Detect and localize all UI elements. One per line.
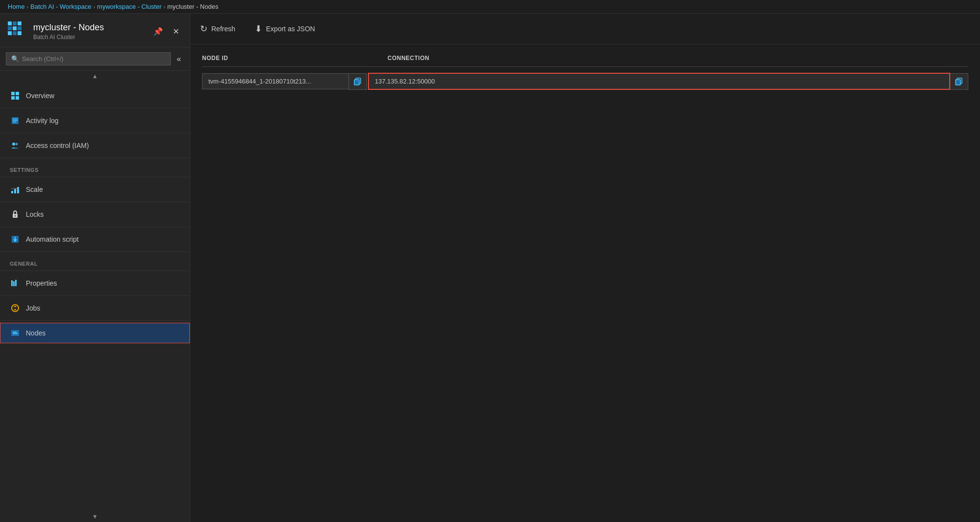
sidebar-item-nodes[interactable]: Nodes xyxy=(0,323,190,343)
svg-rect-12 xyxy=(17,187,19,193)
svg-rect-11 xyxy=(14,189,16,193)
divider xyxy=(0,133,190,133)
sidebar-item-locks-label: Locks xyxy=(26,210,44,218)
svg-rect-19 xyxy=(13,281,15,286)
app-subtitle: Batch AI Cluster xyxy=(33,34,104,41)
table-row xyxy=(202,73,968,90)
sidebar-item-automation-script[interactable]: Automation script xyxy=(0,229,190,250)
copy-connection-button[interactable] xyxy=(950,73,968,90)
svg-rect-28 xyxy=(354,80,359,85)
divider xyxy=(0,108,190,108)
divider xyxy=(0,158,190,158)
svg-rect-1 xyxy=(16,92,19,95)
svg-rect-26 xyxy=(16,333,17,334)
svg-rect-0 xyxy=(11,92,15,95)
breadcrumb-batch-ai[interactable]: Batch AI - Workspace xyxy=(30,3,91,10)
sidebar-item-nodes-label: Nodes xyxy=(26,329,45,337)
properties-icon xyxy=(10,278,20,288)
sidebar-item-automation-script-label: Automation script xyxy=(26,235,79,243)
node-id-cell xyxy=(202,73,368,90)
refresh-icon: ↻ xyxy=(200,23,207,34)
nodes-icon xyxy=(10,328,20,338)
connection-cell xyxy=(368,73,968,90)
scroll-down-arrow[interactable]: ▼ xyxy=(0,511,190,522)
sidebar-item-overview-label: Overview xyxy=(26,92,54,100)
copy-node-id-button[interactable] xyxy=(348,73,367,90)
sidebar-item-properties[interactable]: Properties xyxy=(0,273,190,293)
search-icon: 🔍 xyxy=(11,55,19,63)
col-connection-header: CONNECTION xyxy=(388,55,429,62)
sidebar-item-access-control[interactable]: Access control (IAM) xyxy=(0,135,190,156)
breadcrumb-cluster[interactable]: myworkspace - Cluster xyxy=(97,3,162,10)
svg-point-8 xyxy=(12,143,15,146)
divider xyxy=(0,227,190,227)
breadcrumb-home[interactable]: Home xyxy=(8,3,25,10)
export-icon: ⬇ xyxy=(255,23,262,34)
sidebar-item-jobs[interactable]: Jobs xyxy=(0,298,190,318)
svg-rect-3 xyxy=(16,96,19,100)
nav-list: Overview Activity log xyxy=(0,82,190,511)
sidebar-item-scale[interactable]: Scale xyxy=(0,179,190,200)
close-button[interactable]: ✕ xyxy=(170,25,182,38)
sidebar-item-activity-log[interactable]: Activity log xyxy=(0,110,190,131)
svg-rect-10 xyxy=(11,191,13,193)
toolbar: ↻ Refresh ⬇ Export as JSON xyxy=(190,14,980,44)
table-area: NODE ID CONNECTION xyxy=(190,44,980,522)
sidebar-item-locks[interactable]: Locks xyxy=(0,204,190,225)
svg-rect-2 xyxy=(11,96,15,100)
svg-rect-30 xyxy=(956,80,960,85)
export-json-button[interactable]: ⬇ Export as JSON xyxy=(255,20,325,38)
automation-script-icon xyxy=(10,234,20,244)
activity-log-icon xyxy=(10,116,20,125)
pin-button[interactable]: 📌 xyxy=(150,25,166,38)
scroll-up-arrow[interactable]: ▲ xyxy=(0,71,190,82)
divider xyxy=(0,251,190,252)
export-label: Export as JSON xyxy=(266,25,315,33)
sidebar-item-jobs-label: Jobs xyxy=(26,304,41,312)
divider xyxy=(0,320,190,321)
breadcrumb: Home › Batch AI - Workspace › myworkspac… xyxy=(0,0,980,14)
collapse-sidebar-button[interactable]: « xyxy=(174,53,184,65)
breadcrumb-current: mycluster - Nodes xyxy=(167,3,219,10)
search-input[interactable] xyxy=(22,55,165,63)
node-id-input[interactable] xyxy=(202,73,348,89)
search-bar: 🔍 « xyxy=(0,47,190,71)
sidebar-item-overview[interactable]: Overview xyxy=(0,85,190,106)
svg-point-9 xyxy=(16,143,18,146)
svg-rect-7 xyxy=(13,122,16,123)
connection-input-wrap xyxy=(368,73,950,90)
search-wrap: 🔍 xyxy=(6,52,171,65)
svg-rect-25 xyxy=(15,332,16,334)
overview-icon xyxy=(10,91,20,101)
jobs-icon xyxy=(10,303,20,313)
sidebar-item-activity-log-label: Activity log xyxy=(26,117,59,125)
sidebar: mycluster - Nodes Batch AI Cluster 📌 ✕ 🔍… xyxy=(0,14,190,522)
svg-rect-6 xyxy=(13,120,18,121)
sidebar-item-access-control-label: Access control (IAM) xyxy=(26,142,89,149)
content-area: ↻ Refresh ⬇ Export as JSON NODE ID CONNE… xyxy=(190,14,980,522)
scale-icon xyxy=(10,185,20,194)
col-node-id-header: NODE ID xyxy=(202,55,228,62)
sidebar-item-scale-label: Scale xyxy=(26,186,43,193)
app-header: mycluster - Nodes Batch AI Cluster 📌 ✕ xyxy=(0,14,190,47)
access-control-icon xyxy=(10,141,20,150)
svg-rect-20 xyxy=(15,280,17,286)
connection-input[interactable] xyxy=(369,74,949,89)
divider xyxy=(0,295,190,296)
divider xyxy=(0,202,190,202)
settings-section-label: SETTINGS xyxy=(0,160,190,175)
svg-rect-5 xyxy=(13,119,18,120)
divider xyxy=(0,177,190,177)
refresh-label: Refresh xyxy=(211,25,235,33)
divider xyxy=(0,271,190,271)
general-section-label: GENERAL xyxy=(0,254,190,269)
refresh-button[interactable]: ↻ Refresh xyxy=(200,20,245,38)
nodes-table: NODE ID CONNECTION xyxy=(202,54,968,90)
table-header-row: NODE ID CONNECTION xyxy=(202,54,968,67)
svg-rect-24 xyxy=(13,332,14,334)
app-icon xyxy=(8,21,27,41)
svg-rect-18 xyxy=(11,280,13,286)
copy-connection-icon xyxy=(955,78,963,85)
app-title: mycluster - Nodes xyxy=(33,22,104,33)
locks-icon xyxy=(10,209,20,219)
